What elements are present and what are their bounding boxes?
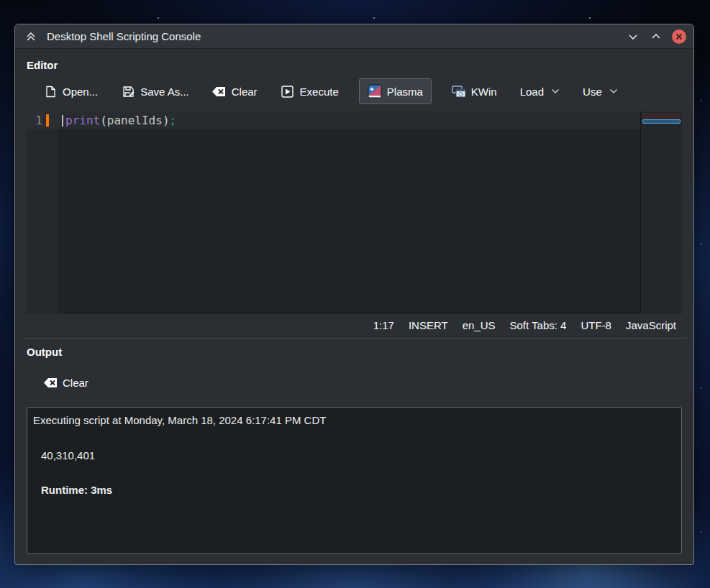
input-mode-status[interactable]: INSERT: [409, 319, 448, 331]
scripting-console-window: Desktop Shell Scripting Console Editor: [14, 24, 694, 565]
window-content: Editor Open...: [15, 49, 693, 564]
output-clear-button-label: Clear: [63, 377, 88, 389]
plasma-logo-icon: [368, 84, 382, 98]
close-button[interactable]: [672, 29, 686, 44]
output-runtime: Runtime: 3ms: [41, 484, 677, 496]
execute-button[interactable]: Execute: [276, 80, 344, 103]
plasma-toggle-button[interactable]: Plasma: [359, 78, 432, 104]
output-exec-timestamp: Executing script at Monday, March 18, 20…: [33, 414, 677, 426]
open-button[interactable]: Open...: [38, 80, 103, 103]
minimap-view-indicator[interactable]: [642, 119, 681, 124]
backspace-clear-icon: [212, 84, 227, 98]
maximize-button[interactable]: [649, 29, 663, 44]
plasma-button-label: Plasma: [387, 86, 423, 98]
code-text-area[interactable]: print(panelIds);: [58, 111, 640, 314]
load-dropdown[interactable]: Load: [515, 81, 565, 102]
dictionary-status[interactable]: en_US: [463, 319, 496, 331]
code-token: ;: [170, 114, 177, 127]
save-as-button[interactable]: Save As...: [116, 80, 194, 103]
editor-clear-button-label: Clear: [232, 86, 258, 98]
output-heading: Output: [27, 346, 682, 358]
chevron-down-icon: [551, 88, 560, 94]
text-cursor: [62, 115, 63, 127]
minimap-document-strip: [642, 113, 681, 119]
use-dropdown[interactable]: Use: [578, 81, 623, 102]
output-clear-button[interactable]: Clear: [38, 371, 94, 394]
tab-width-status[interactable]: Soft Tabs: 4: [510, 319, 567, 331]
open-document-icon: [43, 84, 58, 98]
save-as-button-label: Save As...: [140, 86, 189, 98]
save-floppy-icon: [121, 84, 135, 98]
output-toolbar: Clear: [38, 371, 682, 394]
code-token: ): [163, 114, 170, 127]
syntax-mode-status[interactable]: JavaScript: [626, 319, 676, 331]
window-title: Desktop Shell Scripting Console: [47, 30, 617, 42]
execute-button-label: Execute: [300, 86, 339, 98]
chevron-down-icon: [609, 88, 618, 94]
open-button-label: Open...: [63, 86, 98, 98]
load-dropdown-label: Load: [520, 86, 544, 98]
kwin-toggle-button[interactable]: KWin: [447, 80, 502, 103]
use-dropdown-label: Use: [583, 86, 602, 98]
scrollbar-minimap[interactable]: [640, 111, 682, 314]
line-number: 1: [27, 111, 42, 129]
section-separator: [22, 338, 686, 339]
encoding-status[interactable]: UTF-8: [581, 319, 611, 331]
minimize-button[interactable]: [626, 29, 640, 44]
editor-statusbar: 1:17 INSERT en_US Soft Tabs: 4 UTF-8 Jav…: [27, 314, 682, 336]
backspace-clear-icon: [43, 375, 58, 390]
execute-play-icon: [281, 84, 295, 98]
code-token: panelIds: [107, 114, 163, 127]
editor-clear-button[interactable]: Clear: [207, 80, 263, 103]
editor-toolbar: Open... Save As...: [38, 77, 682, 106]
titlebar[interactable]: Desktop Shell Scripting Console: [15, 24, 693, 49]
kwin-windows-icon: [452, 84, 466, 98]
code-token: print: [65, 114, 100, 127]
kwin-button-label: KWin: [471, 86, 497, 98]
keep-above-icon: [24, 29, 38, 44]
modified-line-marker: [46, 114, 49, 127]
line-number-gutter: 1: [27, 111, 58, 314]
code-editor[interactable]: 1 print(panelIds);: [27, 111, 682, 314]
output-console[interactable]: Executing script at Monday, March 18, 20…: [27, 407, 682, 554]
editor-heading: Editor: [27, 59, 682, 71]
code-line-1: print(panelIds);: [58, 111, 640, 129]
code-token: (: [100, 114, 107, 127]
output-result-value: 40,310,401: [41, 449, 677, 461]
cursor-position-status[interactable]: 1:17: [373, 319, 394, 331]
